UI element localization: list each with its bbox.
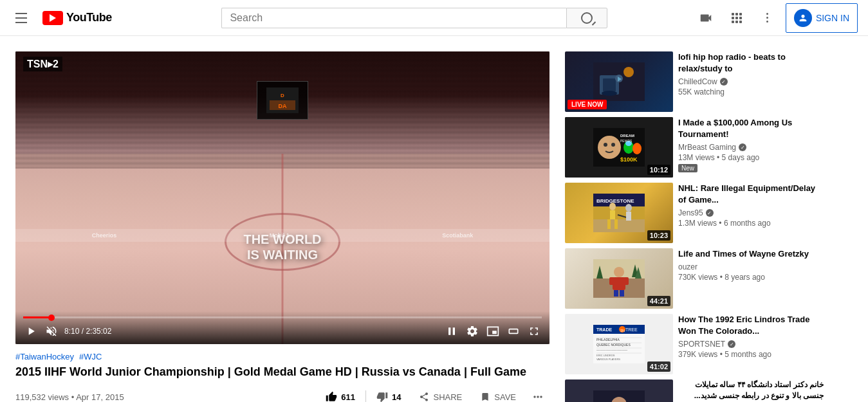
miniplayer-button[interactable]: [485, 324, 501, 339]
play-button[interactable]: [23, 324, 39, 339]
video-player[interactable]: D DA TSN▸2 THE WORLDIS WAITING Cheerios …: [15, 51, 549, 344]
save-label: SAVE: [494, 392, 516, 402]
header-right: SIGN IN: [693, 3, 858, 33]
nhl-svg: BRIDGESTONE: [593, 194, 645, 232]
fullscreen-button[interactable]: [526, 324, 542, 339]
svg-rect-26: [607, 219, 611, 229]
volume-button[interactable]: [44, 324, 59, 339]
rec-thumbnail-gretzky: 44:21: [565, 248, 673, 309]
volume-mute-icon: [45, 325, 58, 338]
svg-text:$100K: $100K: [620, 156, 638, 163]
share-button[interactable]: SHARE: [411, 388, 470, 402]
yt-logo-icon: YouTube: [42, 11, 112, 25]
rec-meta-nhl: 1.3M views • 6 months ago: [678, 219, 824, 228]
trade-svg: TRADE SN TREE PHILADELPHIA QUEBEC NORDIQ…: [593, 325, 645, 363]
hashtag-wjc[interactable]: #WJC: [79, 352, 102, 361]
theater-button[interactable]: [506, 324, 521, 339]
rec-thumbnail-mrbeast: DREAM PEWDS $100K 10:12: [565, 117, 673, 178]
video-camera-icon: [699, 11, 713, 25]
settings-button[interactable]: [755, 5, 780, 31]
dislike-count: 14: [392, 392, 401, 402]
svg-point-33: [614, 267, 624, 277]
like-dislike-divider: [365, 390, 366, 402]
svg-text:DREAM: DREAM: [620, 134, 634, 138]
list-item[interactable]: دانشگاه ۴۴ ساله خانم دکتر استاد دانشگاه …: [565, 379, 824, 402]
apps-button[interactable]: [724, 5, 750, 31]
search-input[interactable]: [221, 8, 566, 28]
rec-info-gretzky: Life and Times of Wayne Gretzky ouzer 73…: [678, 248, 824, 309]
svg-text:DA: DA: [279, 103, 287, 109]
current-time: 8:10: [64, 327, 79, 336]
settings-video-button[interactable]: [465, 324, 480, 339]
more-vert-icon: [766, 13, 768, 23]
svg-rect-36: [623, 277, 629, 285]
rec-meta-gretzky: 730K views • 8 years ago: [678, 273, 824, 282]
rec-meta-trade: 379K views • 5 months ago: [678, 350, 824, 359]
video-player-wrapper: D DA TSN▸2 THE WORLDIS WAITING Cheerios …: [15, 51, 549, 344]
list-item[interactable]: BRIDGESTONE 10:23 NH: [565, 183, 824, 243]
controls-row: 8:10 / 2:35:02: [23, 324, 542, 339]
rec-thumbnail-last: دانشگاه ۴۴ ساله: [565, 379, 673, 402]
verified-icon-mrbeast: ✓: [739, 143, 746, 151]
rec-meta-lofi: 55K watching: [678, 87, 824, 96]
miniplayer-icon: [486, 325, 499, 338]
sign-in-button[interactable]: SIGN IN: [786, 3, 858, 33]
rec-title-lofi: lofi hip hop radio - beats to relax/stud…: [678, 51, 824, 75]
search-button[interactable]: [566, 8, 607, 28]
rec-info-trade: How The 1992 Eric Lindros Trade Won The …: [678, 314, 824, 374]
hamburger-line: [15, 13, 27, 14]
svg-text:SN: SN: [620, 329, 625, 333]
header: YouTube: [0, 0, 868, 36]
list-item[interactable]: TRADE SN TREE PHILADELPHIA QUEBEC NORDIQ…: [565, 314, 824, 374]
progress-fill: [23, 316, 51, 318]
svg-text:QUEBEC NORDIQUES: QUEBEC NORDIQUES: [596, 343, 631, 347]
svg-point-11: [598, 136, 621, 159]
video-title: 2015 IIHF World Junior Championship | Go…: [15, 364, 549, 380]
video-area: D DA TSN▸2 THE WORLDIS WAITING Cheerios …: [15, 51, 549, 402]
svg-rect-23: [593, 219, 645, 232]
pause-mini-button[interactable]: [444, 324, 459, 339]
rec-title-gretzky: Life and Times of Wayne Gretzky: [678, 248, 824, 260]
rec-title-last: خانم دکتر استاد دانشگاه ۴۴ ساله تمایلات …: [678, 379, 824, 401]
verified-icon-nhl: ✓: [706, 209, 714, 217]
progress-bar[interactable]: [23, 316, 542, 318]
menu-button[interactable]: [10, 8, 32, 28]
header-left: YouTube: [10, 8, 152, 28]
hamburger-line: [15, 22, 27, 23]
rec-channel-lofi: ChilledCow ✓: [678, 77, 824, 86]
rec-meta-mrbeast: 13M views • 5 days ago: [678, 153, 824, 162]
save-button[interactable]: SAVE: [472, 388, 524, 402]
rec-thumbnail-lofi: LIVE NOW: [565, 51, 673, 112]
more-options-button[interactable]: [526, 385, 549, 402]
more-horiz-icon: [531, 390, 544, 402]
hashtag-taiwan[interactable]: #TaiwanHockey: [15, 352, 74, 361]
list-item[interactable]: LIVE NOW lofi hip hop radio - beats to r…: [565, 51, 824, 112]
rec-duration-mrbeast: 10:12: [647, 165, 670, 175]
list-item[interactable]: 44:21 Life and Times of Wayne Gretzky ou…: [565, 248, 824, 309]
svg-text:─────────────────: ─────────────────: [596, 349, 627, 352]
svg-text:PHILADELPHIA: PHILADELPHIA: [596, 338, 620, 342]
svg-text:PEWDS: PEWDS: [620, 139, 633, 143]
youtube-logo[interactable]: YouTube: [42, 11, 112, 25]
svg-rect-30: [626, 212, 631, 221]
like-button[interactable]: 611: [318, 387, 363, 402]
video-actions: 611 14 SHARE SAVE: [318, 385, 549, 402]
svg-text:TREE: TREE: [625, 327, 638, 332]
verified-icon-trade: ✓: [728, 340, 735, 348]
rec-info-lofi: lofi hip hop radio - beats to relax/stud…: [678, 51, 824, 112]
svg-text:D: D: [281, 93, 284, 98]
svg-rect-38: [620, 290, 624, 297]
new-badge-mrbeast: New: [678, 164, 697, 172]
pause-icon: [445, 325, 458, 338]
fullscreen-icon: [528, 325, 540, 338]
scoreboard-display: D DA: [266, 87, 299, 113]
share-icon: [419, 392, 429, 402]
list-item[interactable]: DREAM PEWDS $100K 10:12 I Made a $100,00…: [565, 117, 824, 178]
search-icon: [581, 12, 593, 24]
dislike-button[interactable]: 14: [369, 387, 409, 402]
rec-duration-trade: 41:02: [647, 361, 670, 372]
svg-rect-35: [609, 277, 614, 285]
create-video-button[interactable]: [693, 5, 719, 31]
svg-point-29: [625, 204, 632, 212]
sign-in-label: SIGN IN: [816, 13, 849, 23]
